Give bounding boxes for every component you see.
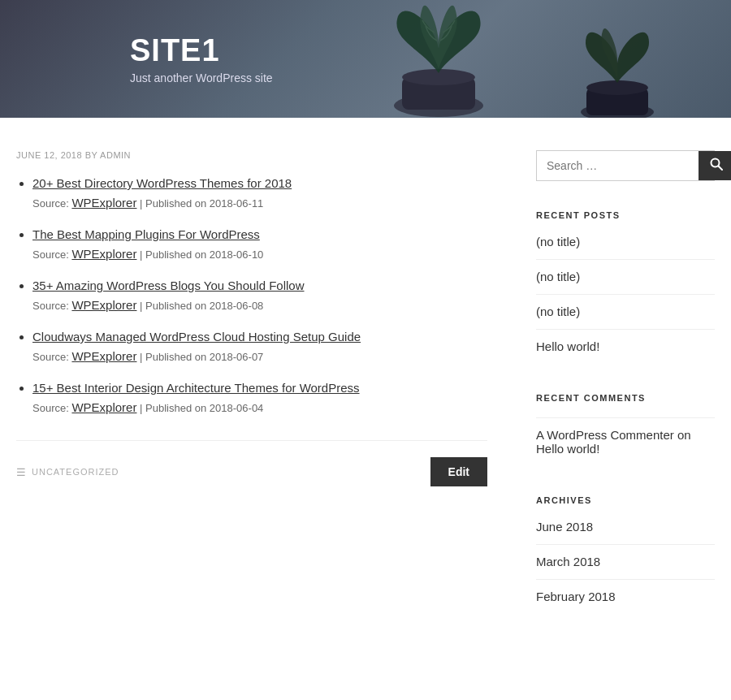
site-title: SITE1: [130, 33, 273, 68]
commenter-name: A WordPress Commenter on: [536, 428, 715, 442]
post-source-3: Source: WPExplorer | Published on 2018-0…: [32, 296, 487, 313]
recent-posts-widget: RECENT POSTS (no title) (no title) (no t…: [536, 210, 715, 364]
source-link-2[interactable]: WPExplorer: [71, 247, 136, 261]
plant-right-icon: [569, 16, 666, 118]
list-item: The Best Mapping Plugins For WordPress S…: [32, 226, 487, 262]
post-author: ADMIN: [100, 150, 131, 160]
search-widget: [536, 150, 715, 181]
category-icon: ☰: [16, 466, 27, 478]
category-label: UNCATEGORIZED: [32, 467, 119, 477]
list-item: March 2018: [536, 544, 715, 579]
list-item: 20+ Best Directory WordPress Themes for …: [32, 175, 487, 211]
page-wrapper: JUNE 12, 2018 BY ADMIN 20+ Best Director…: [0, 118, 731, 676]
main-content: JUNE 12, 2018 BY ADMIN 20+ Best Director…: [16, 150, 487, 643]
source-link-5[interactable]: WPExplorer: [71, 400, 136, 414]
recent-post-link-2[interactable]: (no title): [536, 270, 580, 283]
source-link-3[interactable]: WPExplorer: [71, 298, 136, 312]
recent-post-link-4[interactable]: Hello world!: [536, 339, 599, 353]
source-link-1[interactable]: WPExplorer: [71, 196, 136, 210]
header-content: SITE1 Just another WordPress site: [130, 33, 273, 84]
edit-button[interactable]: Edit: [430, 457, 487, 486]
search-form: [536, 150, 715, 181]
post-link-5[interactable]: 15+ Best Interior Design Architecture Th…: [32, 381, 360, 395]
recent-post-link-3[interactable]: (no title): [536, 305, 580, 318]
post-source-4: Source: WPExplorer | Published on 2018-0…: [32, 348, 487, 365]
list-item: (no title): [536, 294, 715, 329]
recent-post-link-1[interactable]: (no title): [536, 235, 580, 248]
plant-left-icon: [374, 0, 504, 118]
list-item: (no title): [536, 259, 715, 294]
recent-posts-list: (no title) (no title) (no title) Hello w…: [536, 235, 715, 364]
post-link-1[interactable]: 20+ Best Directory WordPress Themes for …: [32, 176, 292, 190]
archives-list: June 2018 March 2018 February 2018: [536, 520, 715, 614]
post-link-3[interactable]: 35+ Amazing WordPress Blogs You Should F…: [32, 279, 305, 292]
archive-link-2[interactable]: March 2018: [536, 555, 600, 568]
recent-comments-title: RECENT COMMENTS: [536, 393, 715, 403]
post-source-5: Source: WPExplorer | Published on 2018-0…: [32, 399, 487, 416]
post-footer: ☰ UNCATEGORIZED Edit: [16, 440, 487, 486]
recent-posts-title: RECENT POSTS: [536, 210, 715, 220]
source-link-4[interactable]: WPExplorer: [71, 349, 136, 363]
search-button[interactable]: [699, 151, 731, 180]
archives-widget: ARCHIVES June 2018 March 2018 February 2…: [536, 495, 715, 614]
post-meta: JUNE 12, 2018 BY ADMIN: [16, 150, 487, 160]
post-categories: ☰ UNCATEGORIZED: [16, 466, 119, 478]
post-source-2: Source: WPExplorer | Published on 2018-0…: [32, 245, 487, 262]
comment-entry: A WordPress Commenter on Hello world!: [536, 417, 715, 466]
list-item: Cloudways Managed WordPress Cloud Hostin…: [32, 328, 487, 365]
list-item: June 2018: [536, 520, 715, 544]
post-date: JUNE 12, 2018: [16, 150, 82, 160]
sidebar: RECENT POSTS (no title) (no title) (no t…: [536, 150, 715, 643]
site-header: SITE1 Just another WordPress site: [0, 0, 731, 118]
post-by: BY: [85, 150, 97, 160]
post-link-4[interactable]: Cloudways Managed WordPress Cloud Hostin…: [32, 330, 361, 344]
archive-link-3[interactable]: February 2018: [536, 590, 616, 603]
search-icon: [710, 158, 723, 171]
recent-comments-widget: RECENT COMMENTS A WordPress Commenter on…: [536, 393, 715, 466]
list-item: (no title): [536, 235, 715, 259]
list-item: February 2018: [536, 579, 715, 614]
archive-link-1[interactable]: June 2018: [536, 520, 593, 534]
post-link-2[interactable]: The Best Mapping Plugins For WordPress: [32, 227, 260, 241]
search-input[interactable]: [537, 151, 699, 180]
archives-title: ARCHIVES: [536, 495, 715, 505]
post-list: 20+ Best Directory WordPress Themes for …: [16, 175, 487, 416]
comment-link: Hello world!: [536, 442, 715, 456]
list-item: 35+ Amazing WordPress Blogs You Should F…: [32, 277, 487, 313]
list-item: 15+ Best Interior Design Architecture Th…: [32, 379, 487, 416]
site-tagline: Just another WordPress site: [130, 71, 273, 84]
svg-line-7: [719, 166, 723, 171]
list-item: Hello world!: [536, 329, 715, 364]
post-source-1: Source: WPExplorer | Published on 2018-0…: [32, 194, 487, 211]
comment-post-link[interactable]: Hello world!: [536, 442, 599, 456]
